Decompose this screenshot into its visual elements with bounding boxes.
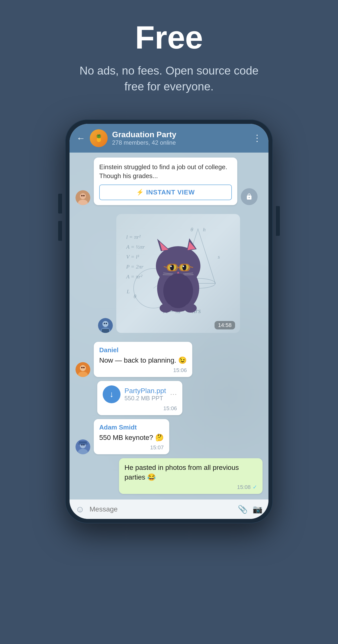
file-name: PartyPlan.ppt xyxy=(124,387,166,395)
chat-header: ← 🍍 Graduation Party 278 members, 42 onl… xyxy=(69,124,269,152)
sent-text: He pasted in photos from all previous pa… xyxy=(124,463,257,482)
user-avatar-daniel xyxy=(75,362,90,377)
daniel-message-row: Daniel Now — back to planning. 😉 15:06 xyxy=(75,342,263,377)
svg-line-48 xyxy=(184,275,194,275)
hero-subtitle: No ads, no fees. Open source code free f… xyxy=(70,63,268,94)
svg-point-1 xyxy=(80,193,86,199)
adam-footer: 15:07 xyxy=(99,444,164,451)
sticker-background: l = πr² A = ½πr V = l³ P = 2πr A = πr² s… xyxy=(116,214,240,333)
svg-point-53 xyxy=(80,365,86,371)
svg-text:s: s xyxy=(218,254,220,260)
article-text: Einstein struggled to find a job out of … xyxy=(99,162,232,180)
file-time: 15:06 xyxy=(163,405,177,412)
volume-up-button[interactable] xyxy=(58,194,62,214)
svg-text:P = 2πr: P = 2πr xyxy=(126,264,143,270)
file-size: 550.2 MB PPT xyxy=(124,395,166,402)
phone-screen: ← 🍍 Graduation Party 278 members, 42 onl… xyxy=(69,124,269,519)
message-input[interactable] xyxy=(90,505,233,513)
sent-check: ✓ xyxy=(253,484,257,490)
article-message-row: Einstein struggled to find a job out of … xyxy=(75,158,263,205)
svg-rect-61 xyxy=(78,443,88,444)
camera-button[interactable]: 📷 xyxy=(253,504,263,514)
svg-point-36 xyxy=(182,264,186,270)
instant-view-icon: ⚡ xyxy=(136,189,144,196)
attachment-button[interactable]: 📎 xyxy=(238,504,248,514)
file-message-row: ↓ PartyPlan.ppt 550.2 MB PPT ⋯ 15:06 xyxy=(75,381,263,415)
daniel-text: Now — back to planning. 😉 xyxy=(99,356,187,365)
svg-point-49 xyxy=(163,274,193,308)
svg-point-56 xyxy=(83,367,85,368)
sticker-message: l = πr² A = ½πr V = l³ P = 2πr A = πr² s… xyxy=(75,209,263,338)
more-options-button[interactable]: ⋮ xyxy=(253,133,262,144)
svg-text:A = πr²: A = πr² xyxy=(126,274,142,280)
group-avatar-emoji: 🍍 xyxy=(94,134,103,142)
article-bubble: Einstein struggled to find a job out of … xyxy=(94,158,237,205)
avatar-image-adam xyxy=(75,440,90,454)
sticker-time: 14:58 xyxy=(215,321,235,330)
user-avatar-1 xyxy=(75,190,90,205)
phone-outer-frame: ← 🍍 Graduation Party 278 members, 42 onl… xyxy=(65,120,273,523)
volume-down-button[interactable] xyxy=(58,221,62,241)
svg-text:l = πr²: l = πr² xyxy=(126,234,141,240)
hero-section: Free No ads, no fees. Open source code f… xyxy=(0,0,338,110)
svg-point-55 xyxy=(81,367,83,368)
message-input-bar: ☺ 📎 📷 xyxy=(69,499,269,519)
file-footer: 15:06 xyxy=(103,405,177,412)
svg-point-9 xyxy=(106,323,107,324)
user-avatar-2 xyxy=(98,318,113,333)
svg-text:L: L xyxy=(126,288,130,294)
adam-text: 550 MB keynote? 🤔 xyxy=(99,433,164,442)
sent-time: 15:08 xyxy=(237,484,251,490)
avatar-image-1 xyxy=(75,190,90,205)
svg-point-37 xyxy=(170,266,172,267)
daniel-bubble: Daniel Now — back to planning. 😉 15:06 xyxy=(94,342,192,377)
adam-message-row: Adam Smidt 550 MB keynote? 🤔 15:07 xyxy=(75,419,263,454)
svg-point-62 xyxy=(81,444,83,446)
svg-rect-10 xyxy=(102,329,109,333)
group-meta: 278 members, 42 online xyxy=(112,139,248,146)
group-name: Graduation Party xyxy=(112,130,248,139)
avatar-image-2 xyxy=(98,318,113,333)
svg-text:θ: θ xyxy=(134,293,136,300)
svg-point-6 xyxy=(102,321,108,327)
svg-point-63 xyxy=(83,444,85,446)
phone-mockup: ← 🍍 Graduation Party 278 members, 42 onl… xyxy=(65,120,273,523)
svg-point-51 xyxy=(184,304,197,312)
file-bubble: ↓ PartyPlan.ppt 550.2 MB PPT ⋯ 15:06 xyxy=(97,381,182,415)
svg-point-35 xyxy=(170,264,174,270)
instant-view-label: INSTANT VIEW xyxy=(146,188,195,196)
emoji-button[interactable]: ☺ xyxy=(75,504,85,514)
adam-bubble: Adam Smidt 550 MB keynote? 🤔 15:07 xyxy=(94,419,169,454)
hero-title: Free xyxy=(135,20,203,55)
sent-bubble: He pasted in photos from all previous pa… xyxy=(119,458,263,494)
group-avatar: 🍍 xyxy=(90,129,108,147)
share-icon xyxy=(246,193,253,200)
file-info: PartyPlan.ppt 550.2 MB PPT xyxy=(124,387,166,402)
download-icon[interactable]: ↓ xyxy=(103,386,120,403)
file-row: ↓ PartyPlan.ppt 550.2 MB PPT ⋯ xyxy=(103,386,177,403)
adam-sender: Adam Smidt xyxy=(99,424,164,431)
svg-point-4 xyxy=(83,195,85,196)
daniel-time: 15:06 xyxy=(173,367,187,374)
svg-point-50 xyxy=(160,304,172,312)
user-avatar-adam xyxy=(75,440,90,454)
back-button[interactable]: ← xyxy=(76,133,85,144)
svg-point-8 xyxy=(104,323,105,324)
cat-sticker xyxy=(143,231,213,316)
power-button[interactable] xyxy=(276,206,280,236)
sent-message-row: He pasted in photos from all previous pa… xyxy=(75,458,263,494)
avatar-image-daniel xyxy=(75,362,90,377)
header-info: Graduation Party 278 members, 42 online xyxy=(112,130,248,146)
share-button[interactable] xyxy=(241,188,258,205)
chat-area: Einstein struggled to find a job out of … xyxy=(69,152,269,499)
daniel-sender: Daniel xyxy=(99,346,187,354)
instant-view-button[interactable]: ⚡ INSTANT VIEW xyxy=(99,184,232,200)
svg-point-38 xyxy=(183,266,184,267)
file-more-button[interactable]: ⋯ xyxy=(170,390,177,398)
adam-time: 15:07 xyxy=(150,444,164,451)
daniel-footer: 15:06 xyxy=(99,367,187,374)
svg-line-46 xyxy=(163,275,173,275)
svg-text:V = l³: V = l³ xyxy=(126,254,139,260)
sent-footer: 15:08 ✓ xyxy=(124,484,257,490)
svg-point-3 xyxy=(81,195,83,196)
